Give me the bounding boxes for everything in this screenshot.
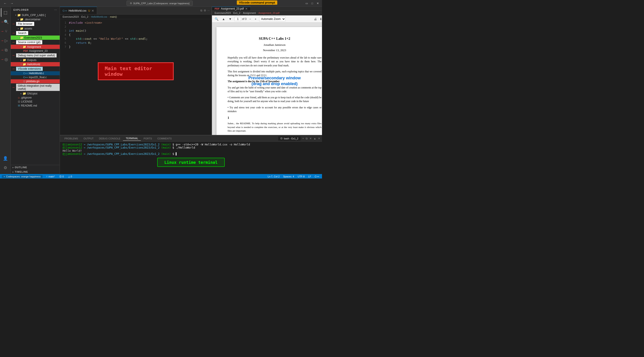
tree-item-plotdata[interactable]: ⊡ plotdata.gn: [11, 79, 60, 83]
pdf-print-btn[interactable]: 🖨: [313, 17, 318, 21]
term-split-btn[interactable]: ⧉: [306, 137, 308, 140]
pdf-zoom-out-btn[interactable]: 🔍: [214, 17, 219, 21]
pdf-bc-1[interactable]: Exercises2023: [215, 12, 231, 14]
code-editor[interactable]: 1 #include <iostream> 2 3 int main() 4 {: [60, 19, 212, 135]
minimize-button[interactable]: ▭: [304, 2, 309, 5]
main-layout: ⬚ → 🔍 → ⑂ → ▷ → ⧉ →: [0, 7, 322, 174]
tab-terminal[interactable]: TERMINAL: [123, 136, 141, 141]
sourcegit-arrow: →: [12, 40, 15, 44]
tree-item-assignment[interactable]: ▾ 📁 Assignment: [11, 45, 60, 49]
activity-debug-row: → ▷: [0, 36, 10, 45]
pdf-download-btn[interactable]: ⬇: [319, 17, 322, 21]
branch-status[interactable]: ⑂ main*: [45, 175, 56, 178]
pdf-bc-3[interactable]: Assignment: [243, 12, 256, 14]
breadcrumb-part-1[interactable]: Exercises2023: [62, 15, 79, 18]
errors-status[interactable]: ⓪ 0: [58, 175, 64, 178]
pdf-page-input[interactable]: [234, 17, 241, 21]
bash-tab[interactable]: ⊡ bash - Ex1_2: [278, 136, 300, 140]
ln-col-status[interactable]: Ln 7, Col 2: [267, 175, 280, 178]
tab-close-button[interactable]: ✕: [92, 9, 94, 12]
pdf-tab[interactable]: PDF Assignment_23.pdf ✕: [212, 7, 251, 10]
activity-run-debug-icon[interactable]: ▷: [2, 36, 10, 45]
tree-item-helloworldcxx[interactable]: C++ HelloWorld.c: [11, 71, 60, 75]
activity-settings-icon[interactable]: ⚙: [1, 163, 10, 172]
activity-account-icon[interactable]: 👤: [1, 154, 10, 163]
codespace-tab[interactable]: ⊙ SUPA_CPP_Labs [Codespaces: orange happ…: [126, 1, 193, 6]
tab-more-button[interactable]: ···: [208, 9, 210, 12]
tab-comments[interactable]: COMMENTS: [155, 136, 174, 141]
tree-item-gnuplot[interactable]: ▸ 📁 GNUplot: [11, 91, 60, 96]
activity-search-icon[interactable]: 🔍: [2, 17, 10, 26]
tab-split-button[interactable]: ⧉: [200, 9, 202, 12]
tree-item-helloworld-folder[interactable]: ▾ 📁 HelloWorld: [11, 62, 60, 66]
tree-item-root[interactable]: ▾ 📁 SUPA_CPP_LABS [: [11, 13, 60, 17]
term-kill-btn[interactable]: ✕: [310, 137, 312, 140]
sidebar-more-button[interactable]: ···: [54, 8, 57, 11]
encoding-status[interactable]: UTF-8: [297, 175, 306, 178]
tree-item-devcontainer[interactable]: ▸ 📁 .devcontainer: [11, 17, 60, 21]
term-output-line: Hello World!: [62, 149, 319, 152]
tree-item-label: GNUplot: [27, 92, 37, 95]
pdf-content[interactable]: SUPA C++ Labs 1+2 Jonathan Jamieson Nove…: [212, 22, 322, 135]
tree-item-input2d[interactable]: C++ input2D_float.c: [11, 75, 60, 79]
tree-item-license[interactable]: ⊡ LICENSE: [11, 100, 60, 104]
pdf-tab-close[interactable]: ✕: [245, 7, 248, 10]
github-arrow: →: [12, 85, 15, 89]
activity-explorer-icon[interactable]: ⬚: [1, 8, 10, 17]
activity-extensions-icon[interactable]: ⧉: [2, 45, 10, 54]
license-icon: ⊡: [18, 100, 20, 103]
line-ending-status[interactable]: LF: [307, 175, 312, 178]
tab-ports[interactable]: PORTS: [141, 136, 155, 141]
pdf-prev-btn[interactable]: ▲: [221, 17, 226, 21]
breadcrumb-part-4[interactable]: main(): [110, 15, 117, 18]
timeline-header[interactable]: ▸ TIMELINE: [11, 170, 60, 174]
pdf-zoom-increase-btn[interactable]: +: [254, 17, 258, 21]
nav-back-button[interactable]: ←: [2, 1, 8, 5]
activity-bar: ⬚ → 🔍 → ⑂ → ▷ → ⧉ →: [0, 7, 11, 174]
breadcrumb-part-3[interactable]: HelloWorld.cxx: [91, 15, 107, 18]
term-maximize-btn[interactable]: ▲: [314, 137, 316, 140]
chevron-icon: ▸: [18, 27, 19, 30]
tab-settings-button[interactable]: ⚙: [204, 9, 206, 12]
pdf-next-btn[interactable]: ▼: [228, 17, 233, 21]
terminal-content[interactable]: @jjamieson12 → /workspaces/SUPA_CPP_Labs…: [60, 142, 322, 174]
codespace-tab-label: SUPA_CPP_Labs [Codespaces: orange happin…: [133, 2, 190, 5]
nav-forward-button[interactable]: →: [9, 1, 15, 5]
pdf-bullet-2: • Try and stress test your code to accou…: [228, 106, 322, 113]
tree-item-exercises2023[interactable]: ▾ 📁 Exercises2023: [11, 35, 60, 40]
tree-item-assets[interactable]: ▸ 📁 assets: [11, 26, 60, 31]
warnings-status[interactable]: △ 0: [67, 175, 73, 178]
tree-item-outputs[interactable]: ▸ 📁 Outputs: [11, 58, 60, 62]
tree-item-gitignore[interactable]: ◇ .gitignore: [11, 96, 60, 100]
folder-icon: 📁: [22, 92, 26, 95]
helloworld-tab[interactable]: C++ HelloWorld.cxx U ✕: [60, 7, 97, 14]
spaces-status[interactable]: Spaces: 4: [282, 175, 295, 178]
pdf-zoom-select[interactable]: Automatic Zoom: [259, 17, 286, 21]
pdf-bc-2[interactable]: Ex1_2: [234, 12, 240, 14]
term-close-btn[interactable]: ✕: [318, 137, 320, 140]
outline-header[interactable]: ▸ OUTLINE: [11, 165, 60, 170]
pdf-zoom-decrease-btn[interactable]: −: [248, 17, 252, 21]
pdf-due: The assignment is due by the 25th of Nov…: [228, 79, 322, 83]
term-add-btn[interactable]: +: [302, 137, 304, 140]
folder-icon: 📁: [17, 13, 21, 17]
codespace-status[interactable]: ⌁ Codespaces: orange happiness: [2, 175, 42, 178]
cpp-file-icon: C++: [23, 76, 28, 79]
tab-problems[interactable]: PROBLEMS: [62, 136, 81, 141]
activity-github-icon[interactable]: ◎: [2, 55, 10, 64]
breadcrumb-part-2[interactable]: Ex1_2: [82, 15, 88, 18]
branch-icon: ⑂: [46, 175, 48, 178]
pdf-bc-4[interactable]: Assignment_23.pdf: [258, 12, 280, 14]
tab-output[interactable]: OUTPUT: [81, 136, 96, 141]
maximize-button[interactable]: □: [310, 2, 314, 5]
term-path-2: → /workspaces/SUPA_CPP_Labs/Exercises202…: [82, 146, 160, 149]
top-bar-left: ← →: [0, 1, 17, 5]
tree-item-readme[interactable]: M README.md: [11, 104, 60, 108]
folder-icon: 📁: [22, 62, 26, 66]
language-status[interactable]: C++: [314, 175, 320, 178]
tree-item-assignment-pdf[interactable]: PDF Assignment_23: [11, 49, 60, 53]
activity-source-control-icon[interactable]: ⑂: [2, 27, 10, 36]
close-button[interactable]: ✕: [316, 2, 320, 5]
tab-debug-console[interactable]: DEBUG CONSOLE: [96, 136, 123, 141]
chevron-icon: ▾: [20, 45, 22, 48]
